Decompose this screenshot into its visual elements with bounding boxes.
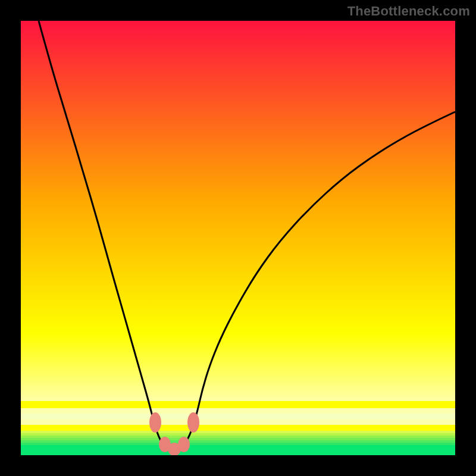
stripe: [21, 401, 455, 408]
stripe: [21, 438, 455, 440]
stripe: [21, 445, 455, 447]
stripe: [21, 414, 455, 416]
curve-marker: [149, 412, 161, 433]
stripe: [21, 440, 455, 443]
stripe: [21, 452, 455, 455]
watermark-text: TheBottleneck.com: [347, 4, 470, 19]
stripe: [21, 419, 455, 425]
gradient-background: [21, 21, 455, 455]
stripe: [21, 431, 455, 433]
stripe: [21, 433, 455, 436]
chart-svg: [21, 21, 455, 455]
stripe: [21, 450, 455, 452]
curve-marker: [178, 437, 190, 452]
chart-stage: TheBottleneck.com: [0, 0, 476, 476]
stripe: [21, 436, 455, 438]
curve-marker: [187, 412, 199, 433]
stripe: [21, 447, 455, 450]
bottom-stripes: [21, 401, 455, 455]
stripe: [21, 416, 455, 419]
stripe: [21, 408, 455, 414]
stripe: [21, 425, 455, 431]
stripe: [21, 443, 455, 445]
plot-area: [21, 21, 455, 455]
